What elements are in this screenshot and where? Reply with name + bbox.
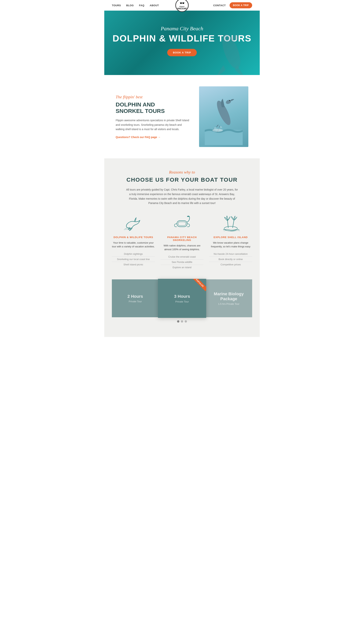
- tour-marine-label: Marine Biology Package: [209, 292, 248, 301]
- svg-point-4: [225, 99, 232, 105]
- logo-line2: AWESOME: [177, 8, 187, 10]
- nav-book-trip-button[interactable]: BOOK A TRIP: [230, 2, 252, 8]
- about-section: The flippin' best DOLPHIN ANDSNORKEL TOU…: [104, 75, 260, 158]
- nav-blog[interactable]: BLOG: [126, 4, 134, 7]
- svg-rect-8: [177, 221, 187, 227]
- pag-dot-3[interactable]: [185, 320, 187, 322]
- svg-point-5: [229, 100, 230, 101]
- feature-island-list: No-hassle 24-hour cancellation Book dire…: [209, 251, 252, 267]
- feature-snorkeling-list: Cruise the emerald coast See Florida wil…: [161, 254, 204, 270]
- feature-island-desc: We know vacation plans change frequently…: [209, 241, 252, 248]
- feature-list-item: Book directly or online: [209, 257, 252, 262]
- nav-right: CONTACT BOOK A TRIP: [213, 2, 252, 8]
- about-faq-link[interactable]: Questions? Check our FAQ page →: [116, 136, 160, 139]
- features-grid: DOLPHIN & WILDLIFE TOURS Your time is va…: [112, 215, 252, 270]
- feature-snorkeling-desc: With native dolphins, chances are almost…: [161, 244, 204, 251]
- tour-card-marine[interactable]: Marine Biology Package 1.5 hrs Private T…: [205, 280, 252, 317]
- hero-book-button[interactable]: BOOK A TRIP: [167, 49, 197, 56]
- tour-2h-sub: Private Tour: [129, 300, 142, 303]
- feature-snorkeling-title: PANAMA CITY BEACH SNORKELING: [161, 236, 204, 242]
- reasons-description: All tours are privately guided by Capt. …: [125, 188, 239, 206]
- nav-about[interactable]: ABOUT: [150, 4, 159, 7]
- about-heading: DOLPHIN ANDSNORKEL TOURS: [116, 101, 190, 114]
- nav-left: TOURS BLOG FAQ ABOUT: [112, 4, 159, 7]
- tour-2h-label: 2 Hours: [127, 294, 143, 299]
- tour-3h-label: 3 Hours: [174, 294, 190, 299]
- feature-island-title: EXPLORE SHELL ISLAND: [209, 236, 252, 239]
- snorkel-icon: [172, 215, 192, 232]
- svg-point-6: [212, 129, 223, 132]
- tour-card-2hours[interactable]: 2 Hours Private Tour: [112, 280, 159, 317]
- tour-cards: 2 Hours Private Tour POPULAR 3 Hours Pri…: [112, 280, 252, 317]
- tour-3h-sub: Private Tour: [175, 300, 189, 303]
- nav-tours[interactable]: TOURS: [112, 4, 121, 7]
- logo[interactable]: 🕶️ Flippin' AWESOME: [175, 0, 189, 12]
- reasons-heading: CHOOSE US FOR YOUR BOAT TOUR: [112, 176, 252, 183]
- tour-badge: POPULAR: [191, 279, 206, 291]
- logo-container: 🕶️ Flippin' AWESOME: [175, 0, 189, 12]
- feature-snorkeling: PANAMA CITY BEACH SNORKELING With native…: [161, 215, 204, 270]
- nav-contact[interactable]: CONTACT: [213, 4, 226, 7]
- hero-dolphin-illustration: [214, 15, 248, 75]
- svg-rect-10: [187, 216, 189, 217]
- hero-section: Panama City Beach DOLPHIN & WILDLIFE TOU…: [104, 10, 260, 75]
- dolphin-icon: [123, 215, 144, 232]
- feature-list-item: Cruise the emerald coast: [161, 254, 204, 260]
- feature-list-item: Explore an island: [161, 265, 204, 270]
- tour-marine-sub: 1.5 hrs Private Tour: [218, 302, 239, 305]
- feature-list-item: See Florida wildlife: [161, 260, 204, 265]
- feature-list-item: No-hassle 24-hour cancellation: [209, 251, 252, 257]
- feature-list-item: Dolphin sightings: [112, 251, 155, 257]
- dolphin-jump-svg: [205, 88, 243, 145]
- pagination: [112, 317, 252, 326]
- svg-rect-9: [178, 222, 186, 226]
- about-image: [199, 86, 248, 147]
- hero-subtitle: Panama City Beach: [161, 26, 203, 32]
- logo-icon: 🕶️: [180, 1, 185, 6]
- about-text: The flippin' best DOLPHIN ANDSNORKEL TOU…: [116, 94, 190, 139]
- feature-list-item: Competitive prices: [209, 262, 252, 267]
- feature-shell-island: EXPLORE SHELL ISLAND We know vacation pl…: [209, 215, 252, 270]
- feature-dolphin-desc: Your time is valuable, customize your to…: [112, 241, 155, 248]
- feature-dolphin-list: Dolphin sightings Snorkeling our local c…: [112, 251, 155, 267]
- reasons-label: Reasons why to: [112, 170, 252, 175]
- logo-line1: Flippin': [179, 6, 185, 8]
- svg-point-7: [139, 221, 139, 222]
- navbar: TOURS BLOG FAQ ABOUT 🕶️ Flippin' AWESOME…: [104, 0, 260, 10]
- island-icon: [220, 215, 241, 232]
- pag-dot-1[interactable]: [177, 320, 179, 322]
- feature-list-item: Shell Island picnic: [112, 262, 155, 267]
- reasons-section: Reasons why to CHOOSE US FOR YOUR BOAT T…: [104, 158, 260, 337]
- feature-dolphin-wildlife: DOLPHIN & WILDLIFE TOURS Your time is va…: [112, 215, 155, 270]
- about-description: Flippin awesome adventures specializes i…: [116, 118, 190, 132]
- tour-card-3hours[interactable]: POPULAR 3 Hours Private Tour: [158, 279, 206, 318]
- feature-list-item: Snorkeling our local coast line: [112, 257, 155, 262]
- feature-dolphin-title: DOLPHIN & WILDLIFE TOURS: [112, 236, 155, 239]
- about-label: The flippin' best: [116, 94, 190, 100]
- pag-dot-2[interactable]: [181, 320, 183, 322]
- nav-faq[interactable]: FAQ: [139, 4, 144, 7]
